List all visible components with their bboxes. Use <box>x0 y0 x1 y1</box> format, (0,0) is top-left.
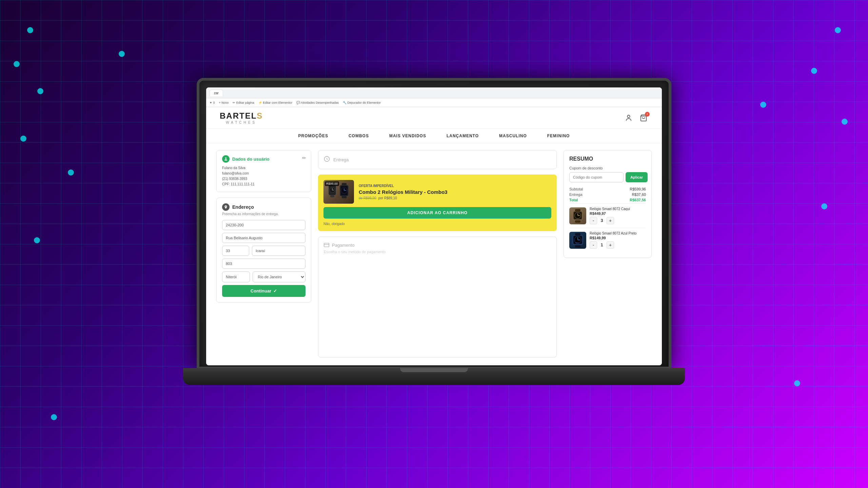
continuar-button[interactable]: Continuar ✓ <box>222 285 305 297</box>
logo-text: BARTELS <box>220 111 263 121</box>
circuit-dot <box>68 169 74 176</box>
offer-decline[interactable]: Não, obrigado <box>323 222 551 226</box>
offer-name: Combo 2 Relógios Military - Combo3 <box>359 189 551 195</box>
pagamento-card: Pagamento Escolha o seu metodo de pagame… <box>318 237 557 358</box>
circuit-dot <box>37 88 43 94</box>
resumo-card: RESUMO Cupom de desconto Aplicar Subtota… <box>564 150 652 258</box>
svg-rect-6 <box>330 195 334 197</box>
product-name-1: Relógio Smael 8072 Azul Preto <box>590 231 646 235</box>
street-input[interactable] <box>222 233 305 243</box>
toolbar-item-3[interactable]: ⚡ Editar com Elementor <box>258 101 292 104</box>
entrega-label: Entrega <box>569 192 583 197</box>
circuit-dot <box>821 203 827 209</box>
address-title: Endereço <box>232 204 254 210</box>
website-content: BARTELS WATCHES <box>206 107 662 365</box>
toolbar-item-0[interactable]: ✦ 0 <box>210 101 215 104</box>
qty-increase-0[interactable]: + <box>607 217 614 224</box>
address-subtitle: Preencha as informações de entrega. <box>222 212 305 216</box>
svg-rect-27 <box>575 233 580 236</box>
main-content: Dados do usuário ✏ Fulano da Silva fulan… <box>206 143 662 364</box>
nav-item-mais-vendidos[interactable]: MAIS VENDIDOS <box>389 134 426 138</box>
user-info-card: Dados do usuário ✏ Fulano da Silva fulan… <box>216 150 311 192</box>
add-to-cart-button[interactable]: ADICIONAR AO CARRINHO <box>323 207 551 219</box>
product-info-1: Relógio Smael 8072 Azul Preto R$149,99 -… <box>590 231 646 249</box>
user-cpf: CPF: 111.111.111-11 <box>222 182 305 187</box>
entrega-value: R$37,60 <box>632 192 646 197</box>
total-label: Total <box>569 198 578 202</box>
offer-card: R$99,00 <box>318 175 557 231</box>
nav-item-masculino[interactable]: MASCULINO <box>499 134 527 138</box>
complement-input[interactable] <box>252 246 305 256</box>
cep-input[interactable] <box>222 220 305 230</box>
coupon-label: Cupom de desconto <box>569 166 646 170</box>
toolbar-item-5[interactable]: 🔧 Depurador do Elementor <box>343 101 381 104</box>
qty-decrease-0[interactable]: - <box>590 217 597 224</box>
user-name: Fulano da Silva <box>222 165 305 171</box>
qty-increase-1[interactable]: + <box>607 241 614 249</box>
browser-tab[interactable]: zar <box>210 89 223 96</box>
state-select[interactable]: Rio de Janeiro São Paulo Minas Gerais <box>253 271 305 282</box>
pagamento-sub: Escolha o seu metodo de pagamento <box>324 250 551 254</box>
offer-inner: R$99,00 <box>323 180 551 204</box>
number-complement-row <box>222 246 305 256</box>
toolbar-item-1[interactable]: + Novo <box>219 101 229 104</box>
left-panel: Dados do usuário ✏ Fulano da Silva fulan… <box>216 150 311 358</box>
edit-icon[interactable]: ✏ <box>302 155 306 161</box>
user-info-icon <box>222 155 230 163</box>
product-item-1: 8072 Relógio Smael 8072 Azul Preto R$149… <box>569 228 646 252</box>
entrega-text: Entrega <box>333 157 349 162</box>
quantity-control-1: - 1 + <box>590 241 646 249</box>
street-row <box>222 233 305 243</box>
user-email: fulano@silva.com <box>222 171 305 176</box>
nav-item-lancamento[interactable]: LANÇAMENTO <box>447 134 479 138</box>
block-input[interactable] <box>222 259 305 269</box>
address-header: Endereço <box>222 203 305 211</box>
offer-price-tag: R$99,00 <box>325 181 339 186</box>
entrega-row: Entrega R$37,60 <box>569 192 646 197</box>
logo-subtitle: WATCHES <box>220 121 263 124</box>
city-state-row: Rio de Janeiro São Paulo Minas Gerais <box>222 271 305 282</box>
offer-tag: OFERTA IMPERDÍVEL <box>359 184 551 188</box>
user-info-title: Dados do usuário <box>232 157 270 162</box>
svg-rect-12 <box>342 196 347 198</box>
offer-details: OFERTA IMPERDÍVEL Combo 2 Relógios Milit… <box>359 184 551 200</box>
toolbar-item-2[interactable]: ✏ Editar página <box>233 101 254 104</box>
product-price-0: R$449,97 <box>590 211 646 216</box>
header-icons: 2 <box>624 113 648 123</box>
browser-chrome: zar <box>206 87 662 98</box>
continuar-label: Continuar <box>251 288 271 293</box>
cart-icon[interactable]: 2 <box>639 113 648 123</box>
nav-item-feminino[interactable]: FEMININO <box>547 134 570 138</box>
nav-item-promocoes[interactable]: PROMOÇÕES <box>298 134 328 138</box>
product-price-1: R$149,99 <box>590 236 646 240</box>
logo[interactable]: BARTELS WATCHES <box>220 111 263 124</box>
entrega-icon <box>324 156 330 163</box>
product-item-0: Relógio Smael 8072 Caqui R$449,97 - 3 + <box>569 203 646 228</box>
address-icon <box>222 203 230 211</box>
tab-text: zar <box>214 91 219 95</box>
circuit-dot <box>51 414 57 420</box>
laptop-bezel: zar ✦ 0 + Novo ✏ Editar página ⚡ Editar … <box>197 78 671 369</box>
circuit-dot <box>842 119 848 125</box>
number-input[interactable] <box>222 246 249 256</box>
nav-item-combos[interactable]: COMBOS <box>349 134 369 138</box>
pagamento-icon <box>324 242 329 248</box>
site-header: BARTELS WATCHES <box>206 107 662 129</box>
city-input[interactable] <box>222 271 250 282</box>
check-icon: ✓ <box>273 288 277 293</box>
middle-panel: Entrega R$99,00 <box>318 150 557 358</box>
right-panel: RESUMO Cupom de desconto Aplicar Subtota… <box>564 150 652 358</box>
svg-text:8072: 8072 <box>576 242 579 244</box>
svg-rect-11 <box>342 183 347 185</box>
coupon-input[interactable] <box>569 172 624 182</box>
svg-rect-28 <box>575 245 580 247</box>
subtotal-row: Subtotal R$599,96 <box>569 187 646 191</box>
aplicar-button[interactable]: Aplicar <box>626 172 648 182</box>
toolbar-item-4[interactable]: 💬 Atividades Desempenhadas <box>296 101 339 104</box>
user-icon[interactable] <box>624 113 633 123</box>
subtotal-value: R$599,96 <box>630 187 646 191</box>
circuit-dot <box>27 27 33 33</box>
pagamento-title: Pagamento <box>332 243 355 248</box>
qty-decrease-1[interactable]: - <box>590 241 597 249</box>
product-name-0: Relógio Smael 8072 Caqui <box>590 207 646 211</box>
